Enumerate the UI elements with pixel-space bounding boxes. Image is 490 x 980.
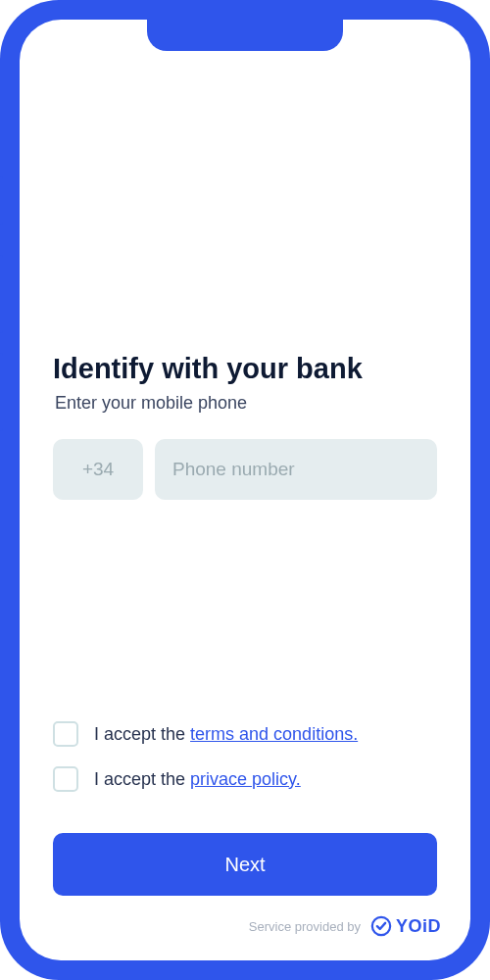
spacer	[53, 20, 437, 353]
privacy-row: I accept the privace policy.	[53, 766, 437, 792]
brand-logo: YOiD	[370, 915, 441, 937]
privacy-checkbox[interactable]	[53, 766, 78, 792]
page-title: Identify with your bank	[53, 353, 437, 385]
terms-link[interactable]: terms and conditions.	[190, 724, 358, 744]
device-notch	[147, 20, 343, 51]
privacy-prefix: I accept the	[94, 769, 190, 789]
terms-checkbox[interactable]	[53, 721, 78, 747]
brand-name: YOiD	[396, 916, 441, 937]
provided-by-label: Service provided by	[249, 919, 361, 934]
next-button[interactable]: Next	[53, 833, 437, 896]
device-side-button	[0, 353, 3, 431]
phone-number-input[interactable]	[155, 439, 437, 500]
content-area: Identify with your bank Enter your mobil…	[20, 20, 470, 915]
terms-row: I accept the terms and conditions.	[53, 721, 437, 747]
phone-input-row	[53, 439, 437, 500]
spacer	[53, 500, 437, 721]
device-side-button	[0, 255, 3, 333]
device-side-button	[0, 176, 3, 225]
privacy-label: I accept the privace policy.	[94, 769, 301, 790]
consent-section: I accept the terms and conditions. I acc…	[53, 721, 437, 811]
country-code-input[interactable]	[53, 439, 143, 500]
screen: Identify with your bank Enter your mobil…	[20, 20, 470, 960]
terms-label: I accept the terms and conditions.	[94, 724, 358, 745]
phone-device-frame: Identify with your bank Enter your mobil…	[0, 0, 490, 980]
page-subtitle: Enter your mobile phone	[55, 393, 437, 414]
check-circle-icon	[370, 915, 392, 937]
terms-prefix: I accept the	[94, 724, 190, 744]
footer: Service provided by YOiD	[20, 915, 470, 960]
privacy-link[interactable]: privace policy.	[190, 769, 301, 789]
